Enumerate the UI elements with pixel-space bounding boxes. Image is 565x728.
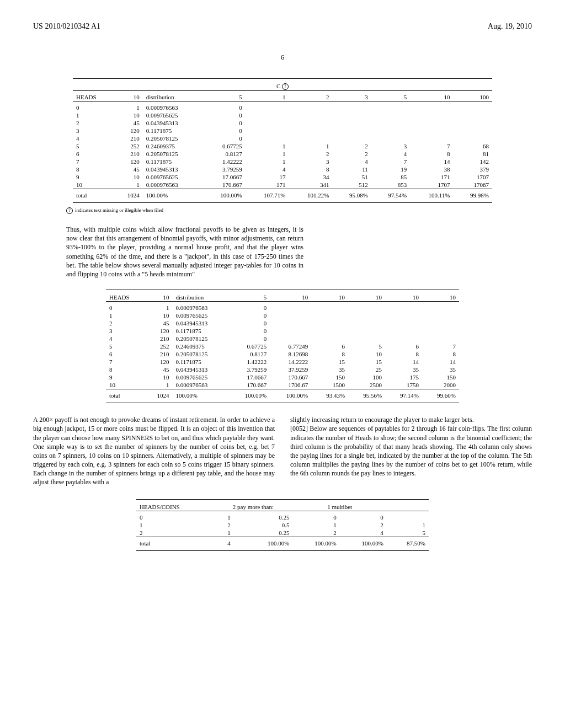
right-column: slightly increasing return to encourage … (290, 415, 532, 487)
table-2: HEADS 10 distribution 5 10 10 10 10 10 0… (106, 290, 459, 403)
paragraph-1: Thus, with multiple coins which allow fr… (66, 225, 303, 279)
table-row: 42100.2050781250 (73, 135, 492, 142)
table-row: 31200.11718750 (106, 327, 459, 335)
table-row: 1010.000976563170.6671713415128531707170… (73, 181, 492, 189)
publication-number: US 2010/0210342 A1 (33, 22, 100, 31)
table3-header-row: HEADS/COINS 2 pay more than: 1 multibet (136, 503, 429, 511)
table-3: HEADS/COINS 2 pay more than: 1 multibet … (136, 499, 429, 551)
table-row: 9100.00976562517.0667173451851711707 (73, 173, 492, 181)
table-row: 8450.0439453133.7925937.925935253535 (106, 366, 459, 373)
table-row: 71200.11718751.42222134714142 (73, 158, 492, 165)
table2-total-row: total 1024 100.00% 100.00% 100.00% 93.43… (106, 392, 459, 399)
table-row: 42100.2050781250 (106, 335, 459, 342)
table-row: 31200.11718750 (73, 127, 492, 135)
table3-total-row: total 4 100.00% 100.00% 100.00% 87.50% (136, 539, 429, 547)
table1-footnote: ?indicates text missing or illegible whe… (66, 207, 532, 214)
table-row: 2450.0439453130 (73, 119, 492, 127)
table-row: 62100.2050781250.81278.1269881088 (106, 350, 459, 358)
table1-total-row: total 1024 100.00% 100.00% 107.71% 101.2… (73, 191, 492, 199)
table-row: 1010.000976563170.6671706.67150025001750… (106, 381, 459, 389)
left-column: A 200× payoff is not enough to provoke d… (33, 415, 275, 487)
table-row: 52520.246093750.677256.772496567 (106, 342, 459, 350)
table-row: 2 1 0.25 2 4 5 (136, 529, 429, 537)
table-row: 2450.0439453130 (106, 319, 459, 327)
paragraph-0052: [0052] Below are sequences of paytables … (290, 425, 532, 477)
table1-header-row: HEADS 10 distribution 5 1 2 3 5 10 100 (73, 93, 492, 101)
illegible-icon: ? (66, 207, 73, 214)
page-header: US 2010/0210342 A1 Aug. 19, 2010 (33, 22, 532, 31)
table-row: 1100.0097656250 (106, 312, 459, 319)
illegible-icon: ? (282, 83, 289, 90)
table2-header-row: HEADS 10 distribution 5 10 10 10 10 10 (106, 293, 459, 302)
table-row: 1100.0097656250 (73, 111, 492, 119)
two-column-text: A 200× payoff is not enough to provoke d… (33, 415, 532, 487)
table-row: 010.0009765630 (106, 304, 459, 312)
table-1: C ? HEADS 10 distribution 5 1 2 3 5 10 1… (73, 78, 492, 203)
table-row: 8450.0439453133.7925948111938379 (73, 165, 492, 173)
table-row: 1 2 0.5 1 2 1 (136, 521, 429, 529)
table-row: 010.0009765630 (73, 104, 492, 111)
table-row: 62100.2050781250.81271224881 (73, 150, 492, 158)
table-row: 71200.11718751.4222214.222215151414 (106, 358, 459, 366)
table-row: 9100.00976562517.0667170.667150100175150 (106, 373, 459, 381)
table-row: 52520.246093750.677251123768 (73, 142, 492, 150)
table1-title: C ? (73, 82, 492, 91)
publication-date: Aug. 19, 2010 (488, 22, 532, 31)
page-number: 6 (33, 53, 532, 62)
table-row: 0 1 0.25 0 0 (136, 513, 429, 521)
